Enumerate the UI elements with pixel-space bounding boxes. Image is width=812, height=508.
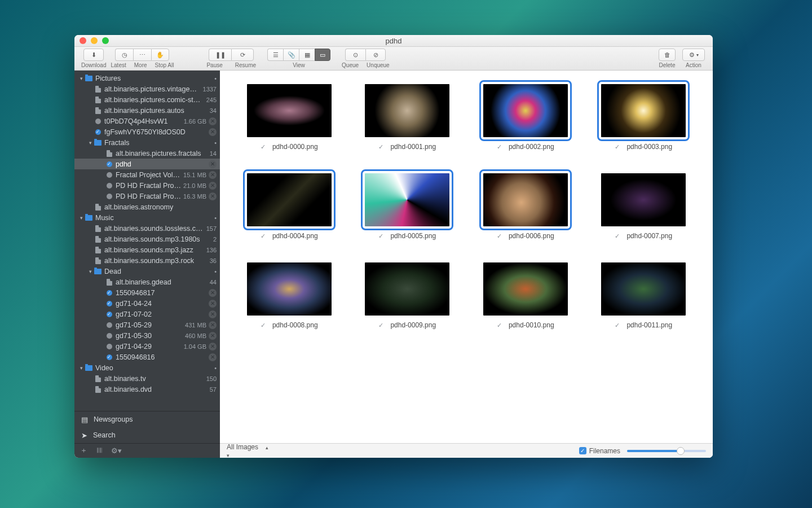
thumbnail-image[interactable] (483, 84, 568, 137)
sidebar-item[interactable]: ▾Dead• (74, 266, 220, 277)
slider-knob[interactable] (677, 447, 685, 455)
disclosure-icon[interactable]: ▾ (78, 215, 85, 221)
stop-all-button[interactable]: ✋ (151, 49, 169, 61)
close-icon[interactable]: ✕ (209, 353, 217, 361)
close-icon[interactable]: ✕ (209, 289, 217, 297)
pause-button[interactable]: ❚❚ (209, 49, 231, 61)
thumbnail-image[interactable] (247, 262, 332, 316)
sidebar-item-label: gd71-04-24 (116, 300, 206, 308)
sidebar-item[interactable]: ▾Pictures• (74, 73, 220, 84)
view-list-button[interactable]: ☰ (267, 49, 283, 61)
sidebar-item[interactable]: alt.binaries.sounds.mp3.jazz136 (74, 244, 220, 255)
close-icon[interactable]: ✕ (209, 117, 217, 125)
queue-button[interactable]: ⊙ (345, 49, 365, 61)
disclosure-icon[interactable]: ▾ (78, 76, 85, 81)
sidebar-item[interactable]: alt.binaries.tv150 (74, 373, 220, 384)
sidebar-item[interactable]: gd71-04-291.04 GB✕ (74, 341, 220, 352)
close-icon[interactable]: ✕ (209, 310, 217, 318)
sidebar-item[interactable]: PD HD Fractal Proj…16.3 MB✕ (74, 191, 220, 202)
thumbnail-image[interactable] (365, 262, 449, 316)
sidebar-item[interactable]: alt.binaries.gdead44 (74, 277, 220, 287)
thumbnail-card[interactable]: ✓pdhd-0000.png (242, 84, 336, 151)
sidebar-item[interactable]: alt.binaries.sounds.mp3.1980s2 (74, 234, 220, 244)
sidebar-item[interactable]: ✓fgFswhVY6750Yl8dOS0D✕ (74, 126, 220, 137)
thumbnail-image[interactable] (601, 173, 686, 226)
thumbnail-card[interactable]: ✓pdhd-0010.png (479, 262, 572, 329)
thumbnail-image[interactable] (601, 262, 686, 316)
view-grid-button[interactable]: ▦ (299, 49, 315, 61)
thumbnail-card[interactable]: ✓pdhd-0007.png (597, 173, 691, 240)
sidebar-item[interactable]: ✓pdhd✕ (74, 159, 220, 169)
sidebar-item[interactable]: Fractal Project Vol VI15.1 MB✕ (74, 169, 220, 180)
folder-icon (85, 76, 92, 81)
sidebar-item-label: alt.binaries.astronomy (104, 203, 217, 211)
close-icon[interactable]: ✕ (209, 332, 217, 340)
sidebar-item[interactable]: alt.binaries.pictures.autos34 (74, 105, 220, 116)
close-icon[interactable]: ✕ (209, 182, 217, 190)
thumbnail-image[interactable] (365, 84, 449, 137)
paperclip-icon: 📎 (288, 51, 295, 59)
sidebar-newsgroups[interactable]: ▤ Newsgroups (74, 411, 220, 427)
sidebar-item[interactable]: ▾Music• (74, 212, 220, 223)
unqueue-button[interactable]: ⊘ (365, 49, 386, 61)
thumbnail-image[interactable] (483, 173, 568, 226)
more-button[interactable]: ⋯ (133, 49, 151, 61)
sidebar-item[interactable]: PD HD Fractal Proj…21.0 MB✕ (74, 180, 220, 191)
thumbnail-image[interactable] (601, 84, 686, 137)
thumbnail-image[interactable] (365, 173, 449, 226)
action-button[interactable]: ⚙▾ (682, 49, 705, 61)
close-icon[interactable]: ✕ (209, 300, 217, 308)
thumbnail-card[interactable]: ✓pdhd-0002.png (479, 84, 572, 151)
thumbnail-card[interactable]: ✓pdhd-0006.png (479, 173, 572, 240)
resume-button[interactable]: ⟳ (231, 49, 254, 61)
sidebar-item[interactable]: alt.binaries.dvd57 (74, 384, 220, 395)
thumbnail-image[interactable] (483, 262, 568, 316)
thumbnail-card[interactable]: ✓pdhd-0009.png (361, 262, 454, 329)
thumbnail-card[interactable]: ✓pdhd-0005.png (361, 173, 454, 240)
filenames-toggle[interactable]: ✓ Filenames (579, 447, 620, 455)
zoom-slider[interactable] (627, 450, 706, 452)
sidebar-item[interactable]: gd71-05-30460 MB✕ (74, 330, 220, 341)
sidebar-item[interactable]: ✓gd71-04-24✕ (74, 298, 220, 309)
thumbnail-card[interactable]: ✓pdhd-0001.png (361, 84, 454, 151)
settings-menu-button[interactable]: ⚙▾ (111, 446, 122, 455)
filter-popup[interactable]: All Images ▴▾ (227, 443, 268, 458)
close-icon[interactable]: ✕ (209, 171, 217, 179)
sidebar-item[interactable]: ✓1550946817✕ (74, 287, 220, 298)
disclosure-icon[interactable]: ▾ (87, 140, 94, 146)
latest-button[interactable]: ◷ (115, 49, 133, 61)
sidebar-item[interactable]: alt.binaries.pictures.vintage…1337 (74, 84, 220, 94)
close-icon[interactable]: ✕ (209, 321, 217, 329)
add-button[interactable]: ＋ (80, 446, 87, 456)
disclosure-icon[interactable]: ▾ (78, 365, 85, 371)
view-gallery-button[interactable]: ▭ (315, 49, 330, 61)
close-icon[interactable]: ✕ (209, 343, 217, 351)
delete-button[interactable]: 🗑 (659, 49, 676, 61)
close-icon[interactable]: ✕ (209, 160, 217, 168)
sidebar-item[interactable]: alt.binaries.pictures.fractals14 (74, 148, 220, 159)
sidebar-item[interactable]: alt.binaries.pictures.comic-st…245 (74, 94, 220, 105)
thumbnail-image[interactable] (247, 173, 332, 226)
sidebar-item[interactable]: alt.binaries.sounds.lossless.c…157 (74, 223, 220, 234)
thumbnail-card[interactable]: ✓pdhd-0003.png (597, 84, 691, 151)
thumbnail-card[interactable]: ✓pdhd-0008.png (242, 262, 336, 329)
sidebar-item[interactable]: ✓gd71-07-02✕ (74, 309, 220, 319)
sidebar-item[interactable]: ✓1550946816✕ (74, 352, 220, 362)
thumbnail-image[interactable] (247, 84, 332, 137)
thumbnail-card[interactable]: ✓pdhd-0011.png (597, 262, 691, 329)
sidebar-search[interactable]: ➤ Search (74, 427, 220, 443)
close-icon[interactable]: ✕ (209, 128, 217, 136)
activity-icon[interactable]: ⦀⦀ (96, 446, 102, 455)
sidebar-item[interactable]: ▾Fractals• (74, 137, 220, 148)
sidebar-item[interactable]: t0PbD7Q4p4HsvW11.66 GB✕ (74, 116, 220, 126)
view-attachments-button[interactable]: 📎 (283, 49, 299, 61)
disclosure-icon[interactable]: ▾ (87, 269, 94, 274)
thumbnail-card[interactable]: ✓pdhd-0004.png (242, 173, 336, 240)
sidebar-item[interactable]: alt.binaries.sounds.mp3.rock36 (74, 255, 220, 266)
sidebar-item[interactable]: alt.binaries.astronomy (74, 202, 220, 212)
download-button[interactable]: ⬇ (83, 49, 104, 61)
close-icon[interactable]: ✕ (209, 192, 217, 200)
sidebar-item[interactable]: ▾Video• (74, 362, 220, 373)
sidebar-item[interactable]: gd71-05-29431 MB✕ (74, 319, 220, 330)
disc-icon (107, 183, 112, 189)
